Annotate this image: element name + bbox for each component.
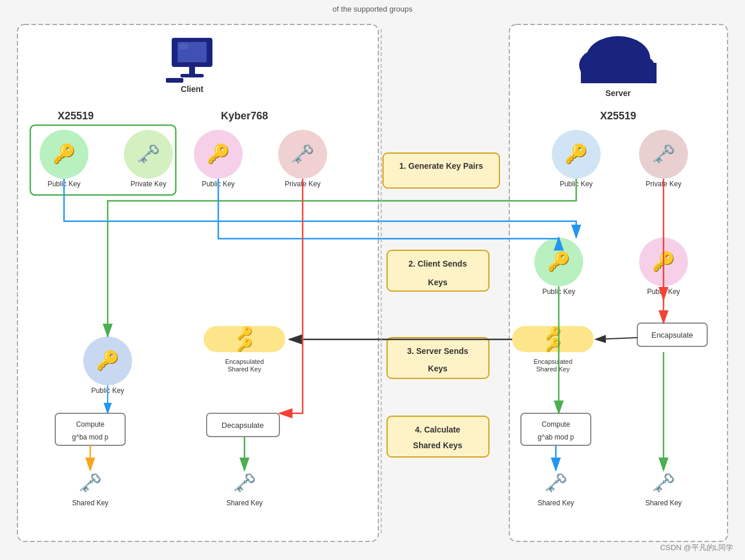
svg-text:🔑: 🔑	[96, 349, 119, 371]
svg-text:Encapsulated: Encapsulated	[225, 358, 264, 365]
svg-text:Kyber768: Kyber768	[221, 110, 268, 122]
svg-text:🔑: 🔑	[565, 143, 588, 165]
svg-text:Keys: Keys	[428, 278, 448, 287]
svg-text:1. Generate Key Pairs: 1. Generate Key Pairs	[399, 161, 483, 171]
svg-text:Shared Key: Shared Key	[645, 499, 682, 507]
svg-text:🔑: 🔑	[237, 337, 253, 353]
svg-text:Encapsulated: Encapsulated	[534, 358, 573, 365]
svg-text:Shared Key: Shared Key	[536, 366, 570, 373]
svg-text:🔑: 🔑	[52, 143, 76, 165]
svg-text:Compute: Compute	[76, 420, 105, 428]
svg-rect-36	[383, 153, 499, 188]
svg-text:Server: Server	[605, 88, 631, 98]
svg-rect-1	[509, 24, 728, 541]
svg-text:Private Key: Private Key	[130, 180, 166, 188]
svg-text:🗝️: 🗝️	[137, 143, 160, 165]
svg-text:g^ba mod p: g^ba mod p	[72, 433, 109, 441]
svg-rect-6	[180, 74, 204, 77]
svg-rect-4	[179, 44, 188, 49]
svg-text:Compute: Compute	[542, 420, 570, 428]
svg-text:Shared Key: Shared Key	[228, 366, 261, 373]
svg-rect-5	[189, 67, 195, 74]
svg-text:g^ab mod p: g^ab mod p	[538, 433, 574, 441]
svg-text:Keys: Keys	[428, 364, 448, 373]
svg-rect-27	[581, 63, 657, 83]
svg-rect-7	[166, 78, 183, 83]
svg-text:🗝️: 🗝️	[291, 143, 314, 165]
svg-text:3. Server Sends: 3. Server Sends	[407, 346, 468, 356]
watermark: CSDN @平凡的L同学	[660, 543, 733, 553]
svg-text:Shared Key: Shared Key	[72, 499, 109, 507]
svg-text:4. Calculate: 4. Calculate	[415, 425, 460, 434]
svg-rect-70	[387, 416, 489, 457]
svg-text:Shared Key: Shared Key	[226, 499, 263, 507]
svg-rect-0	[17, 24, 378, 541]
svg-text:🗝️: 🗝️	[233, 472, 256, 494]
svg-text:Shared Key: Shared Key	[538, 499, 574, 507]
svg-text:2. Client Sends: 2. Client Sends	[409, 259, 467, 268]
svg-text:🗝️: 🗝️	[652, 143, 675, 165]
svg-text:🗝️: 🗝️	[652, 472, 675, 494]
svg-text:Shared Keys: Shared Keys	[413, 441, 463, 450]
svg-text:Encapsulate: Encapsulate	[651, 331, 693, 339]
svg-text:Decapsulate: Decapsulate	[222, 421, 264, 430]
svg-text:Client: Client	[181, 84, 204, 94]
svg-text:X25519: X25519	[600, 110, 636, 122]
svg-text:🔑: 🔑	[547, 250, 570, 272]
svg-text:X25519: X25519	[58, 110, 94, 122]
svg-text:🗝️: 🗝️	[544, 472, 567, 494]
svg-text:🗝️: 🗝️	[79, 472, 102, 494]
svg-text:🔑: 🔑	[207, 143, 230, 165]
